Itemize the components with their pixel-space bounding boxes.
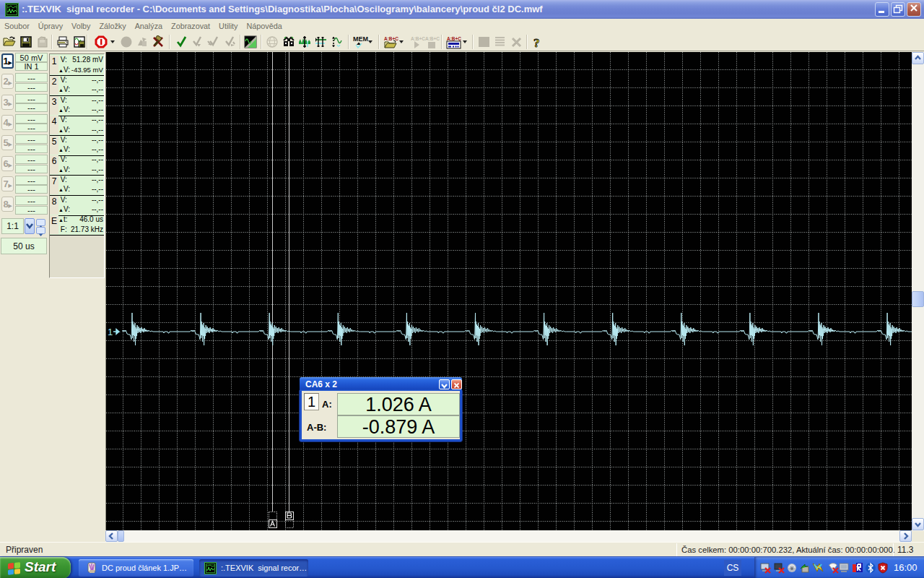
svg-text:?: ? [533, 36, 540, 49]
svg-text:1: 1 [108, 327, 113, 337]
svg-text:A:B+C: A:B+C [384, 36, 398, 41]
svg-text:A:B+C: A:B+C [411, 36, 425, 41]
svg-text:MEM: MEM [353, 35, 368, 43]
svg-text:A:B+C: A:B+C [447, 36, 461, 41]
svg-text:A:B+C: A:B+C [425, 36, 440, 41]
